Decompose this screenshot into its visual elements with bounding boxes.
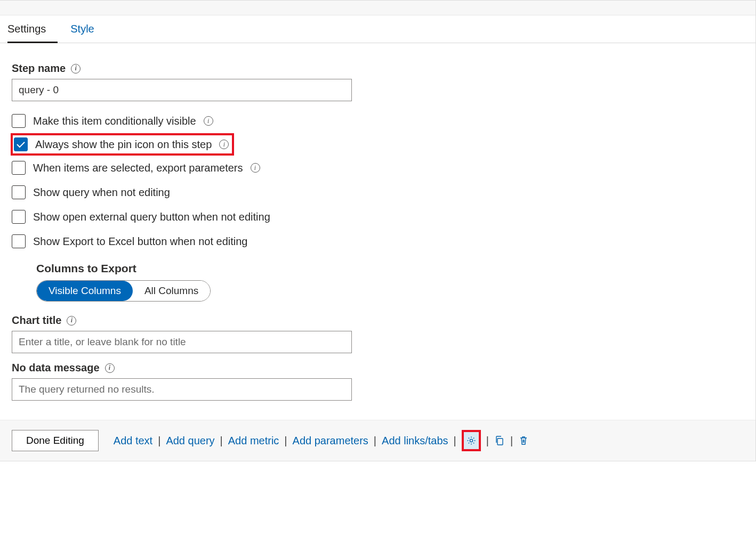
pill-all-columns[interactable]: All Columns xyxy=(133,281,210,301)
separator: | xyxy=(454,435,456,447)
pill-visible-columns[interactable]: Visible Columns xyxy=(37,281,133,301)
checkmark-icon xyxy=(17,140,25,148)
step-name-label-row: Step name i xyxy=(12,62,744,75)
chart-title-block: Chart title i xyxy=(12,314,744,353)
checkbox-label: Show Export to Excel button when not edi… xyxy=(33,235,247,248)
checkbox-row-show-excel: Show Export to Excel button when not edi… xyxy=(12,229,744,254)
add-text-link[interactable]: Add text xyxy=(114,435,152,447)
svg-point-0 xyxy=(470,439,472,442)
chart-title-label-row: Chart title i xyxy=(12,314,744,327)
checkbox-conditional-visible[interactable] xyxy=(12,114,26,128)
checkbox-label: Show open external query button when not… xyxy=(33,211,270,223)
no-data-label-row: No data message i xyxy=(12,362,744,374)
no-data-input[interactable] xyxy=(12,378,352,401)
separator: | xyxy=(510,435,513,447)
no-data-label: No data message xyxy=(12,362,100,374)
separator: | xyxy=(486,435,489,447)
checkbox-row-show-external: Show open external query button when not… xyxy=(12,205,744,229)
add-metric-link[interactable]: Add metric xyxy=(228,435,279,447)
svg-rect-1 xyxy=(497,438,503,445)
highlight-pin-row: Always show the pin icon on this step i xyxy=(11,133,234,156)
tab-style[interactable]: Style xyxy=(70,15,106,43)
checkbox-label: Show query when not editing xyxy=(33,186,170,199)
footer-toolbar: Done Editing Add text | Add query | Add … xyxy=(0,420,755,461)
checkbox-label: Make this item conditionally visible xyxy=(33,115,196,127)
columns-to-export-title: Columns to Export xyxy=(36,262,744,275)
checkbox-always-show-pin[interactable] xyxy=(14,137,28,151)
top-bar xyxy=(0,1,755,15)
tab-settings[interactable]: Settings xyxy=(7,15,58,43)
info-icon[interactable]: i xyxy=(204,116,213,126)
info-icon[interactable]: i xyxy=(71,64,81,74)
info-icon[interactable]: i xyxy=(251,163,260,173)
info-icon[interactable]: i xyxy=(105,363,115,373)
copy-icon[interactable] xyxy=(494,435,505,446)
checkbox-show-excel[interactable] xyxy=(12,234,26,248)
checkbox-show-external[interactable] xyxy=(12,210,26,224)
checkbox-label: Always show the pin icon on this step xyxy=(35,139,212,151)
separator: | xyxy=(284,435,287,447)
chart-title-label: Chart title xyxy=(12,314,61,327)
add-links-tabs-link[interactable]: Add links/tabs xyxy=(382,435,448,447)
info-icon[interactable]: i xyxy=(219,140,229,149)
checkbox-row-export-params: When items are selected, export paramete… xyxy=(12,156,744,180)
checkbox-row-conditional: Make this item conditionally visible i xyxy=(12,109,744,133)
no-data-block: No data message i xyxy=(12,362,744,401)
gear-icon[interactable] xyxy=(466,435,477,446)
checkbox-label: When items are selected, export paramete… xyxy=(33,162,243,174)
done-editing-button[interactable]: Done Editing xyxy=(12,430,99,451)
add-query-link[interactable]: Add query xyxy=(166,435,214,447)
step-name-label: Step name xyxy=(12,62,66,75)
step-name-input[interactable] xyxy=(12,79,352,101)
add-parameters-link[interactable]: Add parameters xyxy=(293,435,368,447)
settings-panel: Settings Style Step name i Make this ite… xyxy=(0,0,756,461)
separator: | xyxy=(374,435,376,447)
info-icon[interactable]: i xyxy=(67,316,76,326)
content-area: Step name i Make this item conditionally… xyxy=(0,43,755,405)
checkbox-row-show-query: Show query when not editing xyxy=(12,180,744,205)
chart-title-input[interactable] xyxy=(12,331,352,353)
separator: | xyxy=(220,435,223,447)
columns-pill-group: Visible Columns All Columns xyxy=(36,280,211,302)
checkbox-export-params[interactable] xyxy=(12,161,26,175)
tab-strip: Settings Style xyxy=(0,15,755,43)
separator: | xyxy=(158,435,160,447)
highlight-gear xyxy=(462,430,481,451)
trash-icon[interactable] xyxy=(518,435,529,446)
checkbox-show-query[interactable] xyxy=(12,185,26,199)
columns-to-export-section: Columns to Export Visible Columns All Co… xyxy=(36,262,744,302)
